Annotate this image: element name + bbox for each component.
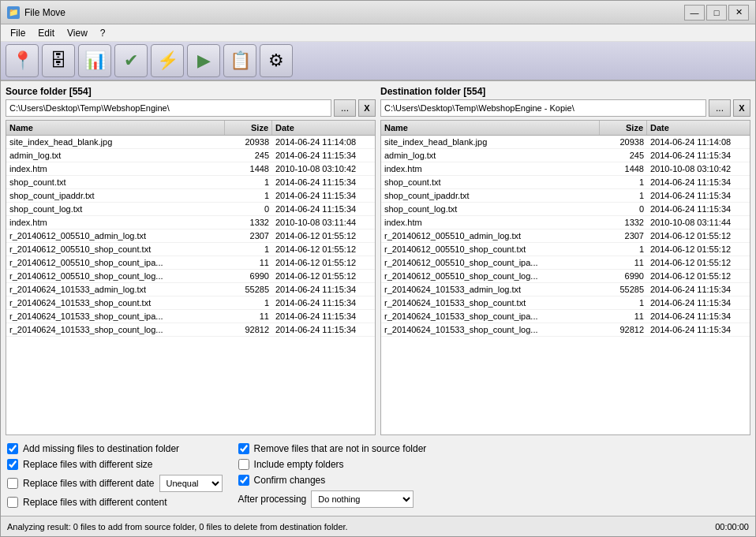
file-date: 2014-06-24 11:15:34 — [272, 283, 375, 296]
maximize-button[interactable]: □ — [706, 5, 727, 21]
main-window: 📁 File Move — □ ✕ File Edit View ? 📍 🗄 📊… — [0, 0, 756, 537]
destination-header-size[interactable]: Size — [600, 121, 647, 135]
list-item[interactable]: index.htm14482010-10-08 03:10:42 — [6, 162, 375, 176]
destination-clear-button[interactable]: X — [733, 99, 750, 117]
source-header-date[interactable]: Date — [272, 121, 375, 135]
source-header-name[interactable]: Name — [6, 121, 225, 135]
list-item[interactable]: r_20140612_005510_shop_count_ipa...11201… — [381, 256, 750, 270]
list-item[interactable]: admin_log.txt2452014-06-24 11:15:34 — [6, 149, 375, 162]
list-item[interactable]: r_20140624_101533_shop_count.txt12014-06… — [6, 296, 375, 310]
toolbar-lightning-btn[interactable]: ⚡ — [151, 44, 184, 77]
list-item[interactable]: r_20140612_005510_shop_count_ipa...11201… — [6, 256, 375, 270]
list-item[interactable]: r_20140612_005510_shop_count_log...69902… — [381, 270, 750, 283]
source-panel: Source folder [554] ... X — [6, 86, 376, 117]
list-item[interactable]: shop_count_log.txt02014-06-24 11:15:34 — [381, 203, 750, 216]
list-item[interactable]: r_20140612_005510_shop_count_log...69902… — [6, 270, 375, 283]
list-item[interactable]: index.htm13322010-10-08 03:11:44 — [6, 216, 375, 229]
list-item[interactable]: r_20140624_101533_admin_log.txt552852014… — [381, 283, 750, 296]
list-item[interactable]: r_20140624_101533_shop_count_log...92812… — [381, 323, 750, 337]
toolbar-check-btn[interactable]: ✔ — [114, 44, 148, 77]
destination-path-input[interactable] — [380, 99, 706, 117]
remove-not-in-source-checkbox[interactable] — [238, 443, 249, 454]
toolbar-chart-btn[interactable]: 📊 — [78, 44, 111, 77]
option-include-empty: Include empty folders — [238, 459, 427, 470]
date-comparison-select[interactable]: Unequal Older Newer — [159, 475, 223, 492]
file-size: 11 — [600, 256, 647, 269]
toolbar-copy-btn[interactable]: 🗄 — [42, 44, 75, 77]
option-replace-content: Replace files with different content — [7, 497, 223, 508]
list-item[interactable]: r_20140612_005510_admin_log.txt23072014-… — [6, 229, 375, 243]
destination-browse-button[interactable]: ... — [709, 99, 731, 117]
replace-size-label[interactable]: Replace files with different size — [23, 459, 153, 470]
file-date: 2014-06-12 01:55:12 — [647, 256, 750, 269]
toolbar-play-btn[interactable]: ▶ — [187, 44, 220, 77]
close-button[interactable]: ✕ — [728, 5, 749, 21]
replace-content-label[interactable]: Replace files with different content — [23, 497, 167, 508]
source-path-input[interactable] — [6, 99, 331, 117]
list-item[interactable]: r_20140624_101533_shop_count_ipa...11201… — [6, 310, 375, 323]
app-icon: 📁 — [7, 6, 20, 19]
file-date: 2014-06-24 11:15:34 — [647, 296, 750, 309]
toolbar-location-btn[interactable]: 📍 — [6, 44, 39, 77]
list-item[interactable]: r_20140624_101533_shop_count.txt12014-06… — [381, 296, 750, 310]
file-name: shop_count_log.txt — [381, 203, 600, 215]
source-file-list[interactable]: Name Size Date site_index_head_blank.jpg… — [6, 120, 376, 435]
file-date: 2010-10-08 03:11:44 — [647, 216, 750, 229]
file-name: index.htm — [381, 216, 600, 229]
file-size: 92812 — [225, 323, 272, 336]
include-empty-label[interactable]: Include empty folders — [254, 459, 344, 470]
remove-not-in-source-label[interactable]: Remove files that are not in source fold… — [254, 443, 427, 454]
list-item[interactable]: r_20140612_005510_shop_count.txt12014-06… — [381, 243, 750, 256]
file-date: 2010-10-08 03:11:44 — [272, 216, 375, 229]
file-name: shop_count_ipaddr.txt — [381, 189, 600, 202]
destination-header-name[interactable]: Name — [381, 121, 600, 135]
file-name: index.htm — [381, 162, 600, 175]
confirm-changes-checkbox[interactable] — [238, 475, 249, 486]
replace-size-checkbox[interactable] — [7, 459, 18, 470]
menu-help[interactable]: ? — [94, 26, 112, 40]
add-missing-label[interactable]: Add missing files to destination folder — [23, 443, 179, 454]
list-item[interactable]: shop_count.txt12014-06-24 11:15:34 — [381, 176, 750, 189]
menu-edit[interactable]: Edit — [32, 26, 61, 40]
file-size: 1 — [225, 296, 272, 309]
after-processing-label: After processing — [238, 494, 307, 505]
toolbar-clipboard-btn[interactable]: 📋 — [223, 44, 256, 77]
source-clear-button[interactable]: X — [358, 99, 376, 117]
source-label: Source folder [554] — [6, 86, 376, 97]
source-header-size[interactable]: Size — [225, 121, 272, 135]
list-item[interactable]: r_20140624_101533_shop_count_ipa...11201… — [381, 310, 750, 323]
confirm-changes-label[interactable]: Confirm changes — [254, 475, 326, 486]
menu-view[interactable]: View — [61, 26, 94, 40]
list-item[interactable]: shop_count_ipaddr.txt12014-06-24 11:15:3… — [381, 189, 750, 203]
toolbar-settings-btn[interactable]: ⚙ — [260, 44, 293, 77]
source-browse-button[interactable]: ... — [334, 99, 356, 117]
list-item[interactable]: shop_count.txt12014-06-24 11:15:34 — [6, 176, 375, 189]
list-item[interactable]: r_20140612_005510_shop_count.txt12014-06… — [6, 243, 375, 256]
file-name: r_20140624_101533_shop_count_log... — [381, 323, 600, 336]
replace-content-checkbox[interactable] — [7, 497, 18, 508]
list-item[interactable]: r_20140624_101533_admin_log.txt552852014… — [6, 283, 375, 296]
file-name: r_20140624_101533_shop_count_ipa... — [6, 310, 225, 323]
list-item[interactable]: site_index_head_blank.jpg209382014-06-24… — [6, 136, 375, 149]
list-item[interactable]: shop_count_ipaddr.txt12014-06-24 11:15:3… — [6, 189, 375, 203]
destination-header-date[interactable]: Date — [647, 121, 750, 135]
replace-date-checkbox[interactable] — [7, 478, 18, 489]
add-missing-checkbox[interactable] — [7, 443, 18, 454]
file-size: 245 — [225, 149, 272, 162]
include-empty-checkbox[interactable] — [238, 459, 249, 470]
list-item[interactable]: r_20140612_005510_admin_log.txt23072014-… — [381, 229, 750, 243]
file-date: 2014-06-24 11:15:34 — [272, 310, 375, 323]
destination-file-list[interactable]: Name Size Date site_index_head_blank.jpg… — [380, 120, 750, 435]
list-item[interactable]: index.htm14482010-10-08 03:10:42 — [381, 162, 750, 176]
menu-file[interactable]: File — [4, 26, 32, 40]
list-item[interactable]: r_20140624_101533_shop_count_log...92812… — [6, 323, 375, 337]
option-remove-not-in-source: Remove files that are not in source fold… — [238, 443, 427, 454]
list-item[interactable]: site_index_head_blank.jpg209382014-06-24… — [381, 136, 750, 149]
file-size: 20938 — [225, 136, 272, 148]
minimize-button[interactable]: — — [684, 5, 705, 21]
list-item[interactable]: index.htm13322010-10-08 03:11:44 — [381, 216, 750, 229]
list-item[interactable]: shop_count_log.txt02014-06-24 11:15:34 — [6, 203, 375, 216]
list-item[interactable]: admin_log.txt2452014-06-24 11:15:34 — [381, 149, 750, 162]
replace-date-label[interactable]: Replace files with different date — [23, 478, 155, 489]
after-processing-select[interactable]: Do nothing Close application Shutdown — [311, 490, 414, 508]
